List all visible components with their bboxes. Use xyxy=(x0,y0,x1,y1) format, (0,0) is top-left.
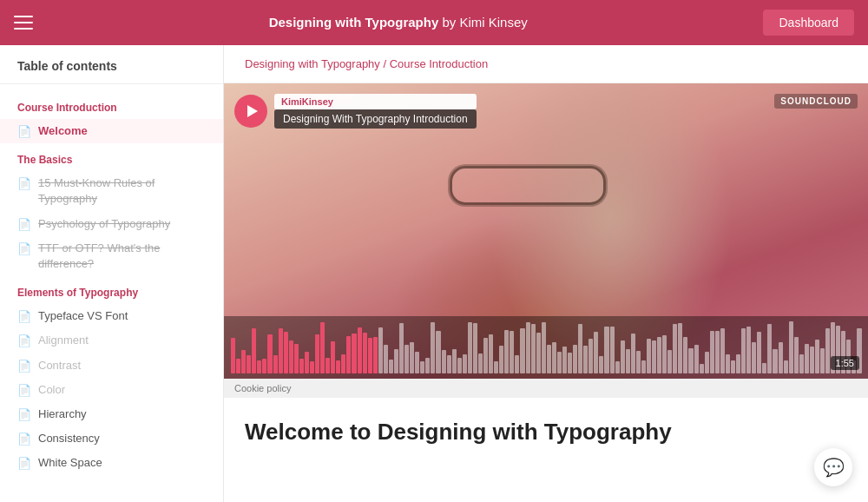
section-label-basics: The Basics xyxy=(0,143,223,171)
doc-icon: 📄 xyxy=(17,433,31,446)
doc-icon: 📄 xyxy=(17,384,31,397)
top-navigation: Designing with Typography by Kimi Kinsey… xyxy=(0,0,868,45)
nav-author: by Kimi Kinsey xyxy=(442,15,527,30)
sidebar-title: Table of contents xyxy=(0,59,223,84)
sidebar-item-label: 15 Must-Know Rules of Typography xyxy=(38,175,206,207)
sidebar-item-color[interactable]: 📄 Color xyxy=(0,378,223,402)
sidebar-item-label: Welcome xyxy=(38,123,88,139)
sidebar-item-15rules[interactable]: 📄 15 Must-Know Rules of Typography xyxy=(0,171,223,211)
sidebar-item-label: Consistency xyxy=(38,431,100,446)
sidebar-item-alignment[interactable]: 📄 Alignment xyxy=(0,328,223,353)
welcome-heading: Welcome to Designing with Typography xyxy=(245,419,847,446)
dashboard-button[interactable]: Dashboard xyxy=(763,10,854,36)
breadcrumb: Designing with Typography / Course Intro… xyxy=(224,45,868,83)
sidebar-item-label: Alignment xyxy=(38,333,89,348)
breadcrumb-part1: Designing with Typography xyxy=(245,57,380,70)
doc-icon: 📄 xyxy=(17,408,31,421)
doc-icon: 📄 xyxy=(17,310,31,323)
doc-icon: 📄 xyxy=(17,457,31,470)
cookie-policy-text[interactable]: Cookie policy xyxy=(234,383,291,393)
sidebar-item-psychology[interactable]: 📄 Psychology of Typography xyxy=(0,212,223,236)
sidebar-item-contrast[interactable]: 📄 Contrast xyxy=(0,353,223,378)
doc-icon: 📄 xyxy=(17,177,31,190)
user-tag-track-wrapper: KimiKinsey Designing With Typography Int… xyxy=(274,94,477,129)
sidebar-item-label: White Space xyxy=(38,455,102,471)
play-button[interactable] xyxy=(234,95,267,128)
nav-title: Designing with Typography by Kimi Kinsey xyxy=(269,15,528,30)
sidebar-item-label: TTF or OTF? What's the difference? xyxy=(38,241,206,272)
sidebar-item-welcome[interactable]: 📄 Welcome xyxy=(0,119,223,143)
soundcloud-logo: SOUNDCLOUD xyxy=(774,94,858,109)
doc-icon: 📄 xyxy=(17,242,31,255)
sidebar-item-hierarchy[interactable]: 📄 Hierarchy xyxy=(0,402,223,426)
doc-icon: 📄 xyxy=(17,218,31,231)
breadcrumb-part2: Course Introduction xyxy=(390,57,488,70)
track-title: Designing With Typography Introduction xyxy=(274,109,477,129)
sidebar: Table of contents Course Introduction 📄 … xyxy=(0,45,224,502)
sidebar-section-basics: The Basics 📄 15 Must-Know Rules of Typog… xyxy=(0,143,223,276)
doc-icon: 📄 xyxy=(17,334,31,347)
soundcloud-badge: SOUNDCLOUD xyxy=(774,94,858,109)
sidebar-item-label: Color xyxy=(38,382,65,398)
chat-icon: 💬 xyxy=(823,457,845,478)
sidebar-section-course-intro: Course Introduction 📄 Welcome xyxy=(0,91,223,143)
welcome-section: Welcome to Designing with Typography xyxy=(224,398,868,466)
sidebar-item-label: Psychology of Typography xyxy=(38,216,170,232)
content-area: Designing with Typography / Course Intro… xyxy=(224,45,868,502)
sidebar-item-consistency[interactable]: 📄 Consistency xyxy=(0,426,223,451)
sidebar-item-typeface[interactable]: 📄 Typeface VS Font xyxy=(0,304,223,328)
sidebar-item-label: Typeface VS Font xyxy=(38,308,128,324)
sidebar-item-whitespace[interactable]: 📄 White Space xyxy=(0,451,223,475)
user-tag: KimiKinsey xyxy=(274,94,477,109)
time-badge: 1:55 xyxy=(831,356,859,370)
waveform[interactable] xyxy=(224,316,868,379)
sidebar-section-elements: Elements of Typography 📄 Typeface VS Fon… xyxy=(0,276,223,475)
sidebar-item-ttf[interactable]: 📄 TTF or OTF? What's the difference? xyxy=(0,236,223,276)
section-label-course-intro: Course Introduction xyxy=(0,91,223,119)
play-overlay: KimiKinsey Designing With Typography Int… xyxy=(234,94,477,129)
video-container: KimiKinsey Designing With Typography Int… xyxy=(224,83,868,398)
doc-icon: 📄 xyxy=(17,360,31,373)
video-thumbnail[interactable]: KimiKinsey Designing With Typography Int… xyxy=(224,83,868,379)
doc-icon: 📄 xyxy=(17,125,31,138)
nav-course-title: Designing with Typography xyxy=(269,15,439,30)
sidebar-item-label: Contrast xyxy=(38,358,81,373)
sidebar-item-label: Hierarchy xyxy=(38,406,87,422)
section-label-elements: Elements of Typography xyxy=(0,276,223,304)
chat-bubble[interactable]: 💬 xyxy=(814,448,852,486)
hamburger-menu[interactable] xyxy=(14,16,33,30)
breadcrumb-separator: / xyxy=(383,57,389,70)
cookie-bar: Cookie policy xyxy=(224,379,868,398)
